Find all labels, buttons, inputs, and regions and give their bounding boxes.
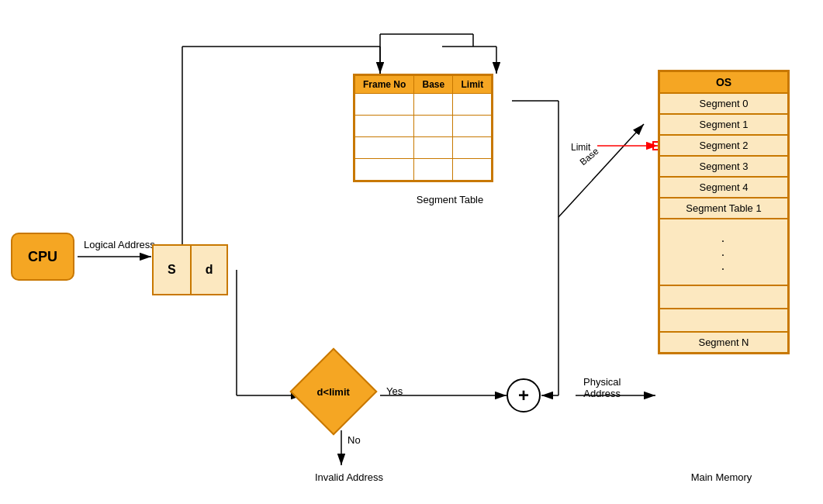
diagram: CPU Logical Address S d Frame No Base Li… [0, 0, 823, 504]
col-base: Base [414, 76, 453, 94]
memory-segment-1: Segment 1 [659, 114, 788, 135]
limit-label: Limit [571, 142, 590, 153]
plus-circle: + [507, 378, 541, 413]
memory-dots: ... [659, 219, 788, 285]
memory-empty-1 [659, 285, 788, 309]
os-segment: OS [659, 71, 788, 93]
table-row [355, 159, 492, 181]
diamond-shape: d<limit [289, 347, 377, 435]
table-row [355, 94, 492, 116]
logical-address-box: S d [152, 244, 228, 295]
invalid-address-label: Invalid Address [303, 471, 396, 483]
memory-segment-n: Segment N [659, 332, 788, 353]
main-memory-box: OS Segment 0 Segment 1 Segment 2 Segment… [658, 70, 790, 354]
s-cell: S [154, 246, 192, 294]
table-row [355, 137, 492, 159]
yes-label: Yes [386, 385, 403, 397]
memory-segment-3: Segment 3 [659, 156, 788, 177]
memory-empty-2 [659, 309, 788, 332]
physical-address-label: PhysicalAddress [583, 376, 621, 399]
segment-table: Frame No Base Limit [353, 74, 493, 182]
memory-segment-0: Segment 0 [659, 93, 788, 114]
d-cell: d [192, 246, 227, 294]
col-frame-no: Frame No [355, 76, 414, 94]
cpu-box: CPU [11, 233, 74, 281]
cpu-label: CPU [28, 249, 57, 265]
main-memory-label: Main Memory [675, 471, 768, 483]
svg-line-16 [558, 124, 644, 217]
memory-segment-4: Segment 4 [659, 177, 788, 198]
table-row [355, 116, 492, 137]
diamond-label: d<limit [317, 385, 350, 397]
col-limit: Limit [453, 76, 492, 94]
segment-table-label: Segment Table [380, 194, 520, 205]
memory-segment-2: Segment 2 [659, 135, 788, 156]
memory-segment-table1: Segment Table 1 [659, 198, 788, 219]
logical-address-label: Logical Address [84, 239, 155, 250]
diamond-container: d<limit [303, 361, 380, 430]
no-label: No [348, 434, 361, 446]
